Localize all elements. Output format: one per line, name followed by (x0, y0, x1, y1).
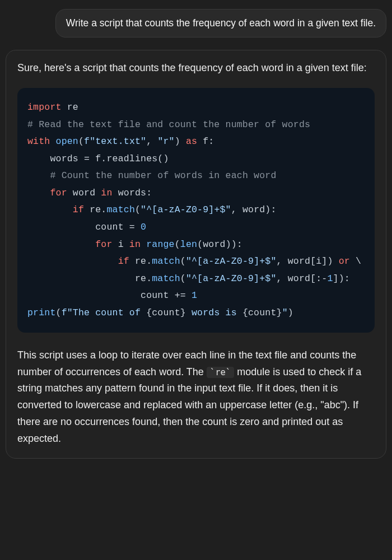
code-token: len (180, 239, 197, 250)
code-token: ( (175, 239, 180, 250)
code-token: (word)): (197, 239, 242, 250)
code-token: ( (78, 136, 84, 147)
code-token: word (67, 188, 101, 198)
code-token: re. (27, 273, 152, 284)
code-token: re (62, 102, 78, 113)
code-token: , word[i]) (277, 256, 339, 267)
code-token: {count} (242, 307, 282, 318)
code-token: count += (27, 290, 192, 301)
code-token: ) (288, 307, 293, 318)
assistant-intro-text: Sure, here's a script that counts the fr… (17, 60, 375, 76)
code-token: with (27, 136, 50, 147)
assistant-explanation: This script uses a loop to iterate over … (17, 347, 375, 447)
code-token (27, 204, 73, 215)
code-token: words: (113, 188, 152, 198)
code-block[interactable]: import re # Read the text file and count… (17, 88, 375, 333)
explain-text-part2: module is used to check if a string matc… (17, 366, 361, 444)
code-token: f"The count of (62, 307, 147, 318)
code-token: in (129, 239, 141, 250)
code-token: if (73, 204, 84, 215)
code-token: match (152, 273, 180, 284)
code-token: , word[:- (277, 273, 328, 284)
code-token: for (50, 188, 67, 198)
code-token: 1 (192, 290, 197, 301)
user-message-text: Write a script that counts the frequency… (66, 17, 376, 29)
inline-code-re: `re` (207, 367, 234, 378)
code-token: 0 (141, 222, 146, 232)
code-token: , word): (231, 204, 277, 215)
code-token (27, 170, 50, 181)
code-token: count = (27, 222, 141, 232)
code-token: ( (56, 307, 62, 318)
code-token: match (106, 204, 135, 215)
code-token (50, 136, 55, 147)
code-token: f"text.txt" (84, 136, 146, 147)
code-token: {count} (146, 307, 186, 318)
code-token: , (146, 136, 157, 147)
code-token: ) (175, 136, 186, 147)
code-token: f: (197, 136, 214, 147)
code-token: import (27, 102, 62, 113)
code-token: range (146, 239, 175, 250)
code-token (141, 239, 146, 250)
code-token: words is (186, 307, 242, 318)
code-token: ( (135, 204, 141, 215)
code-comment: # Read the text file and count the numbe… (27, 119, 310, 130)
code-token: ( (180, 273, 186, 284)
code-token: for (95, 239, 112, 250)
assistant-message: Sure, here's a script that counts the fr… (6, 50, 386, 459)
code-token: open (56, 136, 78, 147)
code-token: print (27, 307, 56, 318)
code-token: or (339, 256, 350, 267)
code-token (27, 188, 50, 198)
code-token: 1 (327, 273, 333, 284)
code-token: i (113, 239, 129, 250)
code-token: "r" (157, 136, 174, 147)
code-token: as (186, 136, 197, 147)
code-token: re. (84, 204, 106, 215)
code-token (27, 256, 118, 267)
code-token: ( (180, 256, 186, 267)
code-token: if (118, 256, 129, 267)
user-message-bubble: Write a script that counts the frequency… (55, 9, 386, 38)
code-token: ]): (333, 273, 350, 284)
code-comment: # Count the number of words in each word (50, 170, 276, 181)
code-token: in (101, 188, 112, 198)
code-token: match (152, 256, 180, 267)
code-token: "^[a-zA-Z0-9]+$" (141, 204, 231, 215)
code-token: " (282, 307, 288, 318)
code-token: "^[a-zA-Z0-9]+$" (186, 256, 277, 267)
code-token: words = f.readlines() (27, 153, 169, 164)
code-token: "^[a-zA-Z0-9]+$" (186, 273, 277, 284)
code-token: \ (350, 256, 361, 267)
code-token: re. (129, 256, 152, 267)
code-token (27, 239, 95, 250)
